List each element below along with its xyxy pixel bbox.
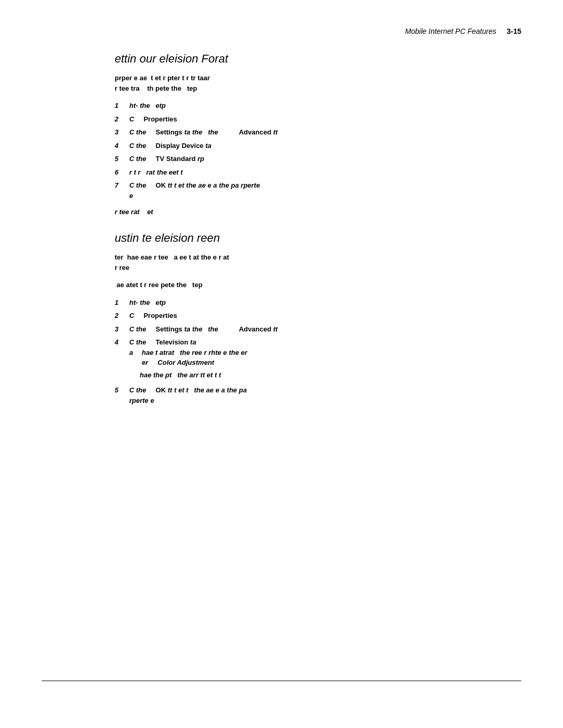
step-number: 2 xyxy=(115,114,129,125)
step-content: C Properties xyxy=(129,311,521,321)
step-number: 7 xyxy=(115,180,129,191)
section2-intro2: ae atet t r ree pete the tep xyxy=(115,280,521,290)
step-item: 2 C Properties xyxy=(115,311,521,321)
section1-steps: 1 ht- the etp 2 C Properties 3 C the Set… xyxy=(115,101,521,201)
step-number: 5 xyxy=(115,385,129,396)
main-content: ettin our eleision Forat prper e ae t et… xyxy=(115,52,521,405)
bottom-divider xyxy=(42,681,521,681)
section2-intro: ter hae eae r tee a ee t at the e r at r… xyxy=(115,252,521,273)
step-content: C Properties xyxy=(129,114,521,125)
section1-title: ettin our eleision Forat xyxy=(115,52,521,66)
step-content: ht- the etp xyxy=(129,101,521,111)
step-number: 1 xyxy=(115,101,129,111)
step-content: ht- the etp xyxy=(129,298,521,308)
step-item: 4 C the Television ta a hae t atrat the … xyxy=(115,337,521,382)
step-content: C the OK tt t et the ae e a the pa rpert… xyxy=(129,180,521,201)
section-1: ettin our eleision Forat prper e ae t et… xyxy=(115,52,521,216)
sub-step-content: hae t atrat the ree r rhte e the er er C… xyxy=(142,348,247,368)
step-item: 1 ht- the etp xyxy=(115,298,521,308)
header-page: 3-15 xyxy=(507,27,521,35)
step-number: 1 xyxy=(115,298,129,308)
step-item: 4 C the Display Device ta xyxy=(115,141,521,151)
sub-sub-step: hae the pt the arr tt et t t xyxy=(140,370,221,380)
section1-result: r tee rat et xyxy=(115,208,521,216)
step-content: r t r rat the eet t xyxy=(129,167,521,178)
section-2: ustin te eleision reen ter hae eae r tee… xyxy=(115,231,521,405)
section2-title: ustin te eleision reen xyxy=(115,231,521,245)
step-item: 3 C the Settings ta the the Advanced tt xyxy=(115,127,521,138)
step-number: 6 xyxy=(115,167,129,178)
section1-intro: prper e ae t et r pter t r tr taar r tee… xyxy=(115,73,521,93)
step-content: C the Settings ta the the Advanced tt xyxy=(129,324,521,335)
step-item: 2 C Properties xyxy=(115,114,521,125)
step-number: 5 xyxy=(115,154,129,164)
step-number: 4 xyxy=(115,337,129,348)
step-item: 1 ht- the etp xyxy=(115,101,521,111)
step-content: C the TV Standard rp xyxy=(129,154,521,164)
step-number: 4 xyxy=(115,141,129,151)
step-number: 2 xyxy=(115,311,129,321)
step-number: 3 xyxy=(115,324,129,335)
page-header: Mobile Internet PC Features 3-15 xyxy=(405,27,521,35)
step-number: 3 xyxy=(115,127,129,138)
step-content: C the Settings ta the the Advanced tt xyxy=(129,127,521,138)
step-content: C the Television ta xyxy=(129,337,196,348)
header-title: Mobile Internet PC Features xyxy=(405,27,496,35)
step-item: 6 r t r rat the eet t xyxy=(115,167,521,178)
section2-steps: 1 ht- the etp 2 C Properties 3 C the Set… xyxy=(115,298,521,406)
sub-step: a hae t atrat the ree r rhte e the er er… xyxy=(129,348,247,368)
step-item: 5 C the TV Standard rp xyxy=(115,154,521,164)
step-item: 3 C the Settings ta the the Advanced tt xyxy=(115,324,521,335)
step-item: 5 C the OK tt t et t the ae e a the pa r… xyxy=(115,385,521,405)
page-container: Mobile Internet PC Features 3-15 ettin o… xyxy=(0,0,563,728)
step-item: 7 C the OK tt t et the ae e a the pa rpe… xyxy=(115,180,521,201)
step-content: C the OK tt t et t the ae e a the pa rpe… xyxy=(129,385,521,405)
step-content: C the Display Device ta xyxy=(129,141,521,151)
sub-step-letter: a xyxy=(129,348,142,358)
